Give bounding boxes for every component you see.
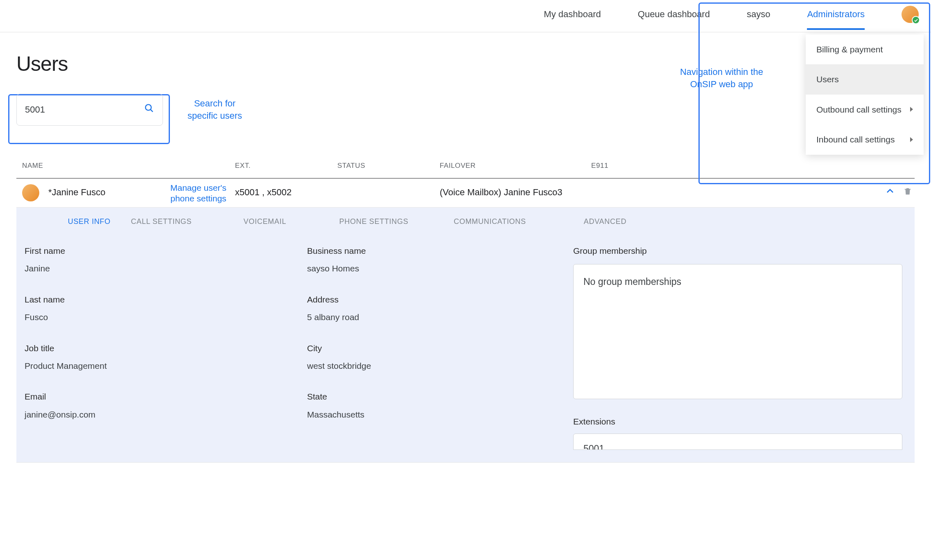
avatar-verified-icon: [912, 16, 920, 24]
address-label: Address: [307, 294, 569, 305]
detail-col-2: Business name sayso Homes Address 5 alba…: [307, 245, 569, 450]
col-status[interactable]: STATUS: [337, 161, 440, 171]
dropdown-item-label: Billing & payment: [816, 43, 883, 55]
delete-user-button[interactable]: [903, 186, 912, 199]
group-membership-box: No group memberships: [573, 264, 902, 399]
tab-call-settings[interactable]: CALL SETTINGS: [111, 217, 212, 227]
dropdown-billing[interactable]: Billing & payment: [806, 34, 924, 64]
extensions-value: 5001: [583, 443, 604, 450]
table-header: NAME EXT. STATUS FAILOVER E911: [16, 161, 915, 178]
last-name-label: Last name: [25, 294, 303, 305]
detail-tabs: USER INFO CALL SETTINGS VOICEMAIL PHONE …: [16, 208, 915, 236]
page: Users Navigation within theOnSIP web app…: [0, 50, 931, 463]
user-avatar-icon: [22, 184, 39, 201]
user-detail-panel: USER INFO CALL SETTINGS VOICEMAIL PHONE …: [16, 208, 915, 463]
search-icon[interactable]: [144, 103, 154, 117]
collapse-toggle[interactable]: [885, 186, 895, 199]
col-e911[interactable]: E911: [591, 161, 681, 171]
detail-col-1: First name Janine Last name Fusco Job ti…: [25, 245, 303, 450]
user-failover: (Voice Mailbox) Janine Fusco3: [440, 186, 591, 199]
dropdown-users[interactable]: Users: [806, 64, 924, 94]
top-nav: My dashboard Queue dashboard sayso Admin…: [0, 0, 931, 32]
job-title-value: Product Management: [25, 360, 303, 372]
first-name-label: First name: [25, 245, 303, 257]
group-membership-empty: No group memberships: [583, 276, 681, 287]
users-table: NAME EXT. STATUS FAILOVER E911 *Janine F…: [16, 161, 915, 463]
dropdown-item-label: Users: [816, 73, 839, 85]
user-name: *Janine Fusco: [48, 186, 105, 199]
email-value: janine@onsip.com: [25, 409, 303, 420]
nav-sayso[interactable]: sayso: [747, 8, 770, 21]
chevron-right-icon: [910, 137, 913, 142]
state-value: Massachusetts: [307, 409, 569, 420]
search-input[interactable]: [25, 104, 144, 115]
col-name[interactable]: NAME: [22, 161, 235, 171]
tab-communications[interactable]: COMMUNICATIONS: [430, 217, 550, 227]
callout-search: Search forspecific users: [188, 97, 242, 122]
svg-point-0: [145, 104, 151, 110]
user-ext: x5001 , x5002: [235, 186, 337, 199]
callout-nav: Navigation within theOnSIP web app: [680, 66, 763, 90]
dropdown-item-label: Inbound call settings: [816, 133, 895, 145]
page-title: Users: [16, 50, 915, 78]
svg-line-1: [150, 110, 153, 112]
nav-queue-dashboard[interactable]: Queue dashboard: [638, 8, 710, 21]
job-title-label: Job title: [25, 342, 303, 354]
last-name-value: Fusco: [25, 311, 303, 323]
business-name-value: sayso Homes: [307, 262, 569, 274]
dropdown-inbound[interactable]: Inbound call settings: [806, 124, 924, 154]
extensions-label: Extensions: [573, 415, 902, 427]
email-label: Email: [25, 391, 303, 402]
administrators-dropdown: Billing & payment Users Outbound call se…: [806, 34, 924, 155]
city-label: City: [307, 342, 569, 354]
state-label: State: [307, 391, 569, 402]
table-row[interactable]: *Janine Fusco Manage user'sphone setting…: [16, 178, 915, 208]
detail-col-3: Group membership No group memberships Ex…: [573, 245, 902, 450]
callout-row: Manage user'sphone settings: [170, 183, 226, 204]
address-value: 5 albany road: [307, 311, 569, 323]
first-name-value: Janine: [25, 262, 303, 274]
tab-phone-settings[interactable]: PHONE SETTINGS: [318, 217, 430, 227]
group-membership-label: Group membership: [573, 245, 902, 257]
city-value: west stockbridge: [307, 360, 569, 372]
nav-administrators[interactable]: Administrators: [807, 9, 865, 19]
dropdown-outbound[interactable]: Outbound call settings: [806, 95, 924, 124]
nav-my-dashboard[interactable]: My dashboard: [544, 8, 601, 21]
col-failover[interactable]: FAILOVER: [440, 161, 591, 171]
tab-voicemail[interactable]: VOICEMAIL: [212, 217, 318, 227]
tab-user-info[interactable]: USER INFO: [16, 217, 111, 227]
profile-avatar[interactable]: [902, 6, 919, 23]
tab-advanced[interactable]: ADVANCED: [550, 217, 660, 227]
chevron-right-icon: [910, 107, 913, 112]
business-name-label: Business name: [307, 245, 569, 257]
col-ext[interactable]: EXT.: [235, 161, 337, 171]
nav-active-indicator: [807, 28, 865, 30]
dropdown-item-label: Outbound call settings: [816, 104, 902, 115]
search-box: [16, 94, 163, 126]
extensions-box[interactable]: 5001: [573, 434, 902, 450]
